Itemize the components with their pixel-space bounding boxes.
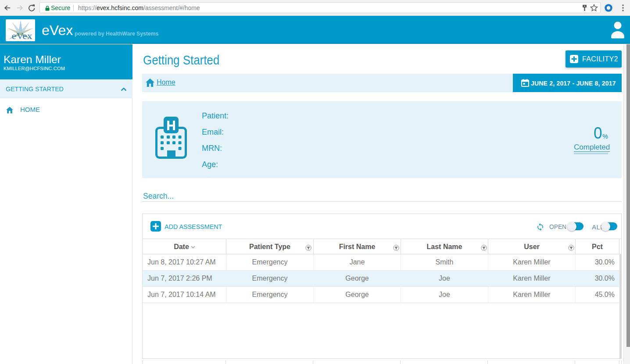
svg-text:eVex: eVex — [12, 31, 32, 41]
